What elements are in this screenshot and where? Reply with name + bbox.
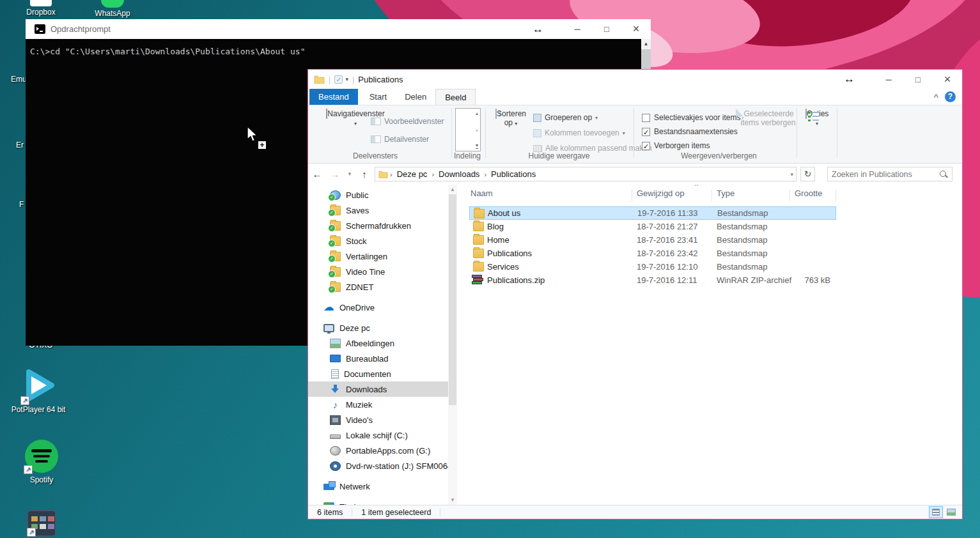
file-row-services[interactable]: Services 19-7-2016 12:10 Bestandsmap — [469, 260, 836, 273]
column-header-gewijzigd-op[interactable]: Gewijzigd op — [637, 188, 684, 203]
column-header-grootte[interactable]: Grootte — [795, 188, 822, 203]
options-button[interactable]: Opties ▾ — [799, 109, 835, 127]
column-header-type[interactable]: Type — [717, 188, 735, 203]
navigation-scrollbar[interactable]: ▲ ▼ — [448, 185, 457, 505]
sidebar-item-saves[interactable]: Saves — [308, 203, 448, 218]
sidebar-item-downloads[interactable]: Downloads — [308, 381, 448, 397]
sidebar-item-schermafdrukken[interactable]: Schermafdrukken — [308, 218, 448, 233]
breadcrumb-publications[interactable]: Publications — [488, 169, 538, 179]
hide-selected-items-button[interactable]: Geselecteerde items verbergen — [738, 109, 798, 127]
sidebar-item-netwerk[interactable]: Netwerk — [308, 479, 448, 494]
layout-listbox[interactable]: ▴ ▾ ▾ — [455, 108, 481, 151]
sidebar-item-stock[interactable]: Stock — [308, 233, 448, 249]
sidebar-item-zdnet[interactable]: ZDNET — [308, 279, 448, 295]
breadcrumb-downloads[interactable]: Downloads — [436, 169, 482, 179]
explorer-close-button[interactable]: × — [933, 70, 962, 89]
file-name: Publications — [487, 249, 532, 258]
checkbox-file-extensions[interactable]: ✓ Bestandsnaamextensies — [642, 127, 738, 136]
help-icon[interactable]: ? — [945, 91, 956, 102]
search-box[interactable] — [827, 167, 953, 181]
cmd-maximize-button[interactable]: □ — [592, 19, 621, 39]
item-count: 6 items — [308, 508, 352, 517]
file-row-home[interactable]: Home 18-7-2016 23:41 Bestandsmap — [469, 233, 836, 247]
desktop-icon-movie-app[interactable]: ↗ — [10, 510, 74, 537]
file-row-publications-zip[interactable]: Publications.zip 19-7-2016 12:11 WinRAR … — [469, 273, 836, 287]
file-row-blog[interactable]: Blog 18-7-2016 21:27 Bestandsmap — [469, 220, 836, 233]
add-columns-button[interactable]: Kolommen toevoegen ▾ — [533, 128, 625, 137]
sidebar-item-vertalingen[interactable]: Vertalingen — [308, 249, 448, 264]
checkbox-hidden-items[interactable]: ✓ Verborgen items — [642, 141, 710, 150]
refresh-button[interactable]: ↻ — [800, 167, 815, 181]
search-input[interactable] — [828, 170, 938, 179]
sidebar-item-video-tine[interactable]: Video Tine — [308, 264, 448, 279]
sidebar-item-videos[interactable]: Video's — [308, 412, 448, 427]
breadcrumb[interactable]: › Deze pc › Downloads › Publications ▾ — [375, 167, 797, 181]
checkbox-checked-icon[interactable]: ✓ — [642, 142, 650, 150]
details-pane-button[interactable]: Detailvenster — [371, 135, 429, 144]
tab-bestand[interactable]: Bestand — [309, 89, 358, 105]
folder-synced-icon — [330, 236, 341, 246]
up-button[interactable]: ↑ — [355, 169, 373, 180]
sidebar-item-lokale-schijf[interactable]: Lokale schijf (C:) — [308, 427, 448, 443]
sort-by-button[interactable]: ↕ Sorteren op ▾ — [492, 109, 529, 127]
recent-locations-chevron-icon[interactable]: ▾ — [344, 171, 355, 177]
file-row-publications[interactable]: Publications 18-7-2016 23:42 Bestandsmap — [469, 247, 836, 260]
scroll-down-icon[interactable]: ▾ — [476, 128, 478, 134]
search-icon[interactable] — [938, 169, 948, 180]
back-button[interactable]: ← — [308, 169, 326, 180]
desktop-icon-potplayer[interactable]: ↗ PotPlayer 64 bit — [6, 367, 70, 414]
desktop-icon-dropbox[interactable]: Dropbox — [9, 0, 73, 17]
collapse-ribbon-icon[interactable]: ^ — [933, 92, 938, 102]
cmd-titlebar[interactable]: Opdrachtprompt ↔ ─ □ × — [26, 19, 651, 39]
sidebar-item-portableapps[interactable]: PortableApps.com (G:) — [308, 443, 448, 458]
sidebar-item-muziek[interactable]: ♪ Muziek — [308, 397, 448, 412]
sidebar-item-thuisgroep[interactable]: Thuisgroep — [308, 499, 448, 505]
cmd-close-button[interactable]: × — [621, 19, 651, 39]
scroll-up-icon[interactable]: ▴ — [476, 111, 478, 116]
explorer-minimize-button[interactable]: ─ — [874, 70, 903, 89]
scroll-up-icon[interactable]: ▲ — [641, 39, 651, 49]
desktop-icon-whatsapp[interactable]: WhatsApp — [81, 0, 144, 18]
sidebar-item-documenten[interactable]: Documenten — [308, 366, 448, 381]
thumbnails-view-button[interactable] — [944, 506, 958, 518]
file-row-about-us[interactable]: About us 19-7-2016 11:33 Bestandsmap — [469, 206, 836, 220]
explorer-maximize-button[interactable]: □ — [903, 70, 933, 89]
checkbox-unchecked-icon[interactable] — [642, 114, 650, 122]
sidebar-item-afbeeldingen[interactable]: Afbeeldingen — [308, 335, 448, 351]
sidebar-item-public[interactable]: Public — [308, 187, 448, 203]
group-by-button[interactable]: Groeperen op ▾ — [533, 113, 598, 122]
cmd-minimize-button[interactable]: ─ — [563, 19, 592, 39]
desktop-icon-spotify[interactable]: ↗ Spotify — [10, 440, 74, 484]
more-layouts-icon[interactable]: ▾ — [476, 142, 478, 149]
sidebar-item-bureaublad[interactable]: Bureaublad — [308, 351, 448, 366]
qat-customize-chevron-icon[interactable]: ▾ — [345, 76, 348, 82]
sidebar-item-deze-pc[interactable]: Deze pc — [308, 320, 448, 335]
explorer-main: Public Saves Schermafdrukken Stock Verta… — [308, 185, 962, 505]
file-modified: 18-7-2016 23:41 — [637, 235, 697, 245]
add-columns-icon — [533, 129, 541, 137]
qat-properties-icon[interactable]: ✓ — [334, 75, 343, 84]
address-dropdown-chevron-icon[interactable]: ▾ — [790, 171, 793, 178]
sidebar-item-dvd-station[interactable]: Dvd-rw-station (J:) SFM0064 — [308, 458, 448, 473]
column-header-naam[interactable]: Naam — [471, 188, 493, 203]
checkbox-checked-icon[interactable]: ✓ — [642, 128, 650, 136]
scroll-up-icon[interactable]: ▲ — [448, 185, 457, 194]
preview-pane-button[interactable]: Voorbeeldvenster — [371, 117, 444, 126]
sort-by-label2: op — [504, 118, 513, 127]
scroll-down-icon[interactable]: ▼ — [448, 495, 457, 505]
details-view-button[interactable] — [929, 506, 943, 518]
column-separator[interactable] — [632, 190, 632, 201]
forward-button[interactable]: → — [326, 169, 344, 180]
explorer-titlebar[interactable]: | ✓ ▾ | Publications ↔ ─ □ × — [308, 70, 962, 89]
column-separator[interactable] — [836, 190, 836, 201]
checkbox-item-checkboxes[interactable]: Selectievakjes voor items — [642, 113, 740, 122]
sidebar-item-onedrive[interactable]: ☁ OneDrive — [308, 300, 448, 315]
selection-count: 1 item geselecteerd — [352, 508, 440, 517]
tab-start[interactable]: Start — [361, 89, 396, 105]
column-separator[interactable] — [789, 190, 790, 201]
column-separator[interactable] — [712, 190, 712, 201]
breadcrumb-deze-pc[interactable]: Deze pc — [394, 169, 430, 179]
tab-delen[interactable]: Delen — [396, 89, 435, 105]
tab-beeld[interactable]: Beeld — [435, 89, 476, 105]
navigation-scrollbar-thumb[interactable] — [449, 194, 456, 405]
